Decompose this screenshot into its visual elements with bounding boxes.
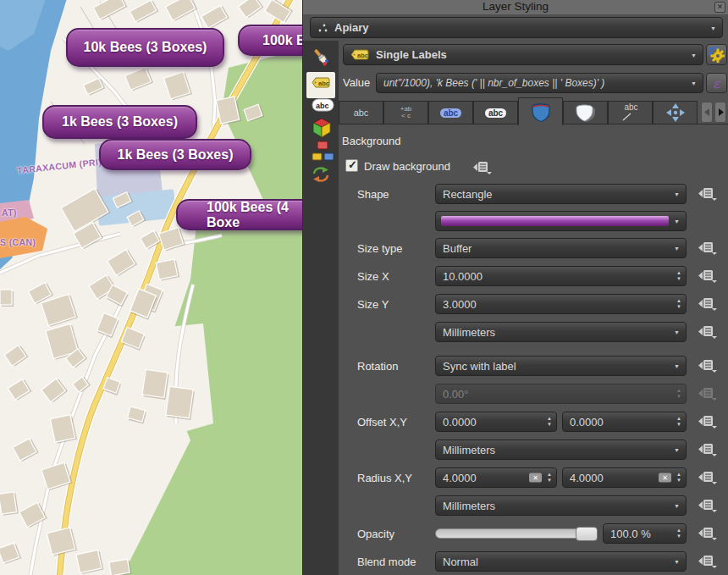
override-size-type-button[interactable] [698,241,718,256]
override-opacity-button[interactable] [698,526,718,541]
3d-view-cube-icon[interactable] [312,117,332,138]
size-x-spinbox[interactable]: 10.0000 [435,266,687,286]
opacity-slider[interactable] [435,528,598,539]
panel-title: Layer Styling [303,0,728,14]
data-defined-override-icon [698,386,718,401]
label-callout-1k-a: 1k Bees (3 Boxes) [42,105,197,139]
radius-x-spinbox[interactable]: 4.0000 [435,467,557,488]
offset-x-spinbox[interactable]: 0.0000 [435,412,557,432]
data-defined-override-icon [698,241,718,255]
tab-callouts[interactable]: abc [608,101,653,124]
diagrams-icon[interactable] [312,141,334,161]
building [108,250,135,276]
automated-placement-settings-button[interactable] [706,44,727,65]
tab-mask[interactable]: abc [473,101,518,124]
tab-formatting[interactable]: +ab < c [383,101,428,124]
opacity-spinbox[interactable]: 100.0 % [603,523,687,544]
data-defined-override-icon [698,296,718,311]
override-radius-button[interactable] [698,470,718,485]
offset-y-spinbox[interactable]: 0.0000 [562,412,687,432]
background-section-title: Background [342,135,400,147]
symbology-brush-icon[interactable] [312,47,332,68]
size-unit-dropdown[interactable]: Millimeters [435,322,687,342]
override-offset-unit-button[interactable] [698,442,718,457]
override-size-y-button[interactable] [698,296,718,312]
label-mode-value: Single Labels [376,48,447,61]
rotation-mode-dropdown[interactable]: Sync with label [435,356,687,376]
rotation-angle-value: 0.00° [443,388,469,401]
label-callout-1k-b: 1k Bees (3 Boxes) [99,139,251,170]
expression-text: unt"/1000), 'k Bees (' || nbr_of_boxes |… [383,77,604,89]
rotation-angle-spinbox: 0.00° [435,384,687,404]
tab-buffer[interactable]: abc [428,101,473,124]
override-rotation-button[interactable] [698,358,718,373]
size-y-spinbox[interactable]: 3.0000 [435,294,687,314]
building [0,290,12,305]
gear-icon [709,47,725,63]
offset-unit-value: Millimeters [443,444,495,456]
override-radius-unit-button[interactable] [698,498,718,513]
layer-selector-dropdown[interactable]: Apiary [310,17,723,38]
override-size-x-button[interactable] [698,268,718,284]
value-expression-dropdown[interactable]: unt"/1000), 'k Bees (' || nbr_of_boxes |… [376,73,703,93]
building [109,559,130,575]
tab-scroll-right-button[interactable] [714,102,726,123]
building [50,415,74,442]
street-label-at: AT) [2,207,17,218]
tab-shadow[interactable] [563,101,608,124]
clear-radius-y-icon[interactable] [659,473,671,483]
offset-unit-dropdown[interactable]: Millimeters [435,440,687,460]
data-defined-override-icon [698,554,718,568]
map-canvas[interactable]: TARAXACUM (PRI) AT) S (CAN) 10k Bees (3 … [0,0,302,575]
tab-mask-glyph: abc [485,108,506,118]
size-type-dropdown[interactable]: Buffer [435,238,687,258]
opacity-value: 100.0 % [610,528,651,540]
tab-text[interactable]: abc [339,101,383,124]
opacity-slider-handle[interactable] [576,527,598,541]
radius-unit-value: Millimeters [443,500,495,512]
label-callout-100k-top: 100k B [238,25,302,56]
tab-background[interactable] [518,97,563,125]
mask-abc-icon[interactable]: abc [312,98,334,112]
epsilon-icon: ε [713,75,720,91]
callout-line-icon [620,102,642,123]
value-label: Value [343,76,370,89]
close-panel-button[interactable]: ✕ [714,2,725,13]
override-offset-button[interactable] [698,414,718,429]
expression-builder-button[interactable]: ε [706,73,727,93]
shape-dropdown[interactable]: Rectangle [435,184,687,204]
building [238,0,261,18]
map-basemap [0,0,302,575]
override-size-unit-button[interactable] [698,324,718,340]
override-blend-mode-button[interactable] [698,554,718,569]
data-defined-override-icon [698,498,718,512]
draw-background-checkbox[interactable] [345,159,358,172]
draw-background-label: Draw background [364,160,450,173]
styling-toolbar: abc abc [303,41,339,575]
tab-placement[interactable] [653,101,698,124]
point-layer-icon [317,23,329,33]
scroll-left-icon [704,108,710,116]
label-mode-dropdown[interactable]: abc Single Labels [343,44,703,65]
override-shape-button[interactable] [698,186,718,202]
tab-scroll-left-button[interactable] [701,102,713,123]
data-defined-override-icon [698,470,718,484]
override-draw-background-button[interactable] [472,160,493,175]
size-y-label: Size Y [357,298,389,311]
radius-y-spinbox[interactable]: 4.0000 [562,467,687,488]
labels-tag-icon[interactable]: abc [312,77,331,89]
blend-mode-dropdown[interactable]: Normal [435,551,687,572]
history-icon[interactable] [312,166,330,183]
tab-text-glyph: abc [354,108,369,118]
label-callout-100k-bottom: 100k Bees (4 Boxe [176,199,302,230]
scroll-right-icon [718,108,724,116]
shape-value: Rectangle [443,188,493,201]
size-unit-value: Millimeters [443,326,495,339]
size-type-label: Size type [357,242,402,255]
data-defined-override-icon [698,186,718,201]
clear-radius-x-icon[interactable] [529,473,542,483]
fill-color-dropdown[interactable] [435,211,687,231]
radius-unit-dropdown[interactable]: Millimeters [435,495,687,516]
tab-buffer-glyph: abc [440,108,461,118]
building [125,68,152,90]
